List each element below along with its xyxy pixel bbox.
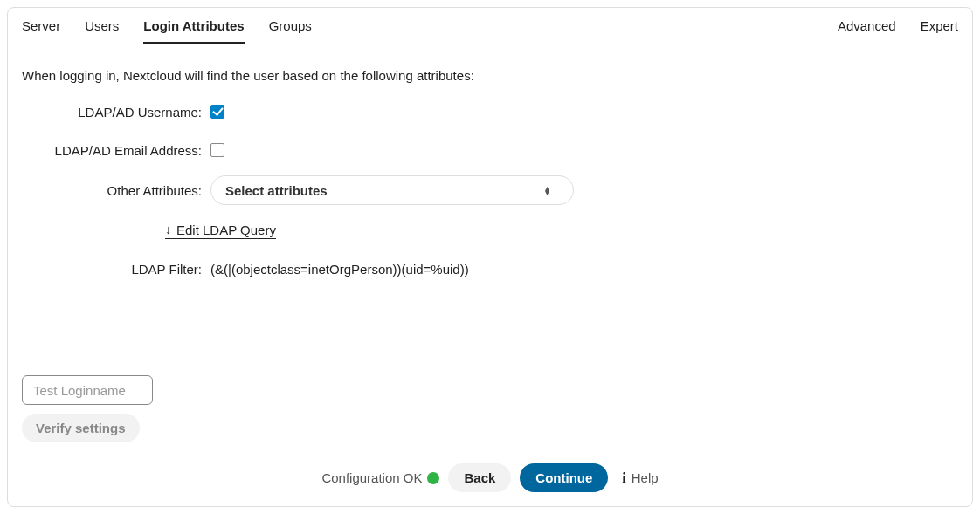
row-other-attributes: Other Attributes: Select attributes ▴▾: [22, 175, 958, 205]
tabs-left: Server Users Login Attributes Groups: [22, 18, 312, 44]
tab-bar: Server Users Login Attributes Groups Adv…: [8, 8, 972, 44]
checkbox-username[interactable]: [210, 105, 224, 119]
info-icon: i: [622, 470, 625, 486]
status-ok-icon: [427, 472, 439, 484]
label-filter: LDAP Filter:: [22, 262, 210, 277]
checkbox-email[interactable]: [210, 143, 224, 157]
tab-groups[interactable]: Groups: [269, 18, 312, 44]
back-button[interactable]: Back: [448, 463, 511, 492]
select-other-attributes[interactable]: Select attributes: [210, 175, 574, 205]
help-link[interactable]: i Help: [622, 470, 658, 486]
intro-text: When logging in, Nextcloud will find the…: [22, 68, 958, 83]
tabs-right: Advanced Expert: [838, 18, 958, 44]
test-loginname-input[interactable]: [22, 375, 153, 405]
tab-expert[interactable]: Expert: [921, 18, 958, 44]
label-email: LDAP/AD Email Address:: [22, 143, 210, 158]
tab-advanced[interactable]: Advanced: [838, 18, 896, 44]
help-label: Help: [631, 470, 659, 485]
edit-query-label: Edit LDAP Query: [176, 223, 276, 237]
tab-users[interactable]: Users: [85, 18, 119, 44]
select-other-attributes-text: Select attributes: [225, 183, 328, 198]
config-status: Configuration OK: [321, 470, 439, 485]
verify-settings-button[interactable]: Verify settings: [22, 414, 140, 442]
edit-ldap-query-toggle[interactable]: ↓ Edit LDAP Query: [165, 223, 276, 239]
ldap-wizard-panel: Server Users Login Attributes Groups Adv…: [7, 7, 973, 507]
bottom-area: Verify settings Configuration OK Back Co…: [22, 375, 958, 492]
row-username: LDAP/AD Username:: [22, 99, 958, 125]
content-area: When logging in, Nextcloud will find the…: [8, 44, 972, 282]
tab-server[interactable]: Server: [22, 18, 60, 44]
footer-controls: Configuration OK Back Continue i Help: [22, 463, 958, 492]
row-email: LDAP/AD Email Address:: [22, 137, 958, 163]
arrow-down-icon: ↓: [165, 223, 171, 236]
select-other-attributes-wrap: Select attributes ▴▾: [210, 175, 574, 205]
config-status-text: Configuration OK: [321, 470, 422, 485]
row-edit-query: ↓ Edit LDAP Query: [22, 217, 958, 243]
label-other: Other Attributes:: [22, 183, 210, 198]
label-username: LDAP/AD Username:: [22, 105, 210, 120]
tab-login-attributes[interactable]: Login Attributes: [143, 18, 244, 44]
continue-button[interactable]: Continue: [520, 463, 608, 492]
row-ldap-filter: LDAP Filter: (&(|(objectclass=inetOrgPer…: [22, 256, 958, 282]
ldap-filter-value: (&(|(objectclass=inetOrgPerson))(uid=%ui…: [210, 262, 469, 277]
